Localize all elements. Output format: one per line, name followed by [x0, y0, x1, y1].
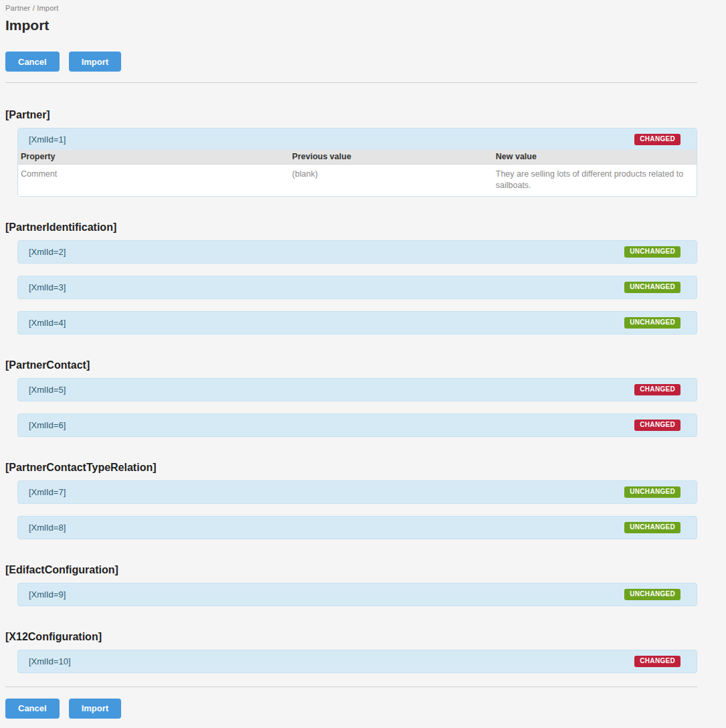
top-divider [5, 82, 697, 83]
cancel-button[interactable]: Cancel [5, 699, 60, 719]
table-cell: Comment [18, 165, 290, 196]
entity-section: [Partner] [XmlId=1] CHANGED PropertyPrev… [5, 109, 697, 197]
import-button[interactable]: Import [69, 52, 121, 72]
entry-id: [XmlId=7] [29, 487, 66, 497]
entity-section: [PartnerIdentification] [XmlId=2] UNCHAN… [5, 221, 697, 335]
status-badge: UNCHANGED [624, 282, 680, 293]
entry-card: [XmlId=10] CHANGED [17, 650, 697, 673]
entry-card: [XmlId=6] CHANGED [17, 414, 697, 437]
entry-bar[interactable]: [XmlId=4] UNCHANGED [17, 311, 697, 335]
entry-id: [XmlId=9] [29, 589, 66, 600]
entry-id: [XmlId=2] [29, 247, 66, 257]
breadcrumb[interactable]: Partner / Import [5, 4, 697, 12]
bottom-divider [5, 687, 697, 687]
entry-bar[interactable]: [XmlId=8] UNCHANGED [17, 516, 697, 539]
sections: [Partner] [XmlId=1] CHANGED PropertyPrev… [5, 109, 697, 673]
import-button[interactable]: Import [69, 699, 121, 719]
section-title: [PartnerContactTypeRelation] [5, 462, 697, 474]
entry-bar[interactable]: [XmlId=10] CHANGED [17, 650, 697, 673]
entry-id: [XmlId=10] [29, 656, 71, 666]
entry-card: [XmlId=3] UNCHANGED [17, 276, 697, 299]
section-entries: [XmlId=1] CHANGED PropertyPrevious value… [17, 128, 697, 197]
status-badge: CHANGED [634, 656, 680, 667]
column-header: Previous value [290, 150, 493, 165]
import-page: Partner / Import Import Cancel Import [P… [0, 0, 726, 719]
entry-id: [XmlId=3] [29, 282, 66, 292]
entry-card: [XmlId=9] UNCHANGED [17, 583, 697, 606]
column-header: New value [493, 150, 697, 165]
bottom-action-bar: Cancel Import [5, 699, 697, 719]
section-title: [Partner] [5, 109, 697, 121]
column-header: Property [18, 150, 290, 165]
status-badge: CHANGED [634, 384, 680, 395]
table-cell: They are selling lots of different produ… [493, 165, 697, 196]
entry-bar[interactable]: [XmlId=2] UNCHANGED [17, 240, 697, 264]
entry-card: [XmlId=4] UNCHANGED [17, 311, 697, 335]
status-badge: UNCHANGED [624, 246, 680, 258]
entry-card: [XmlId=8] UNCHANGED [17, 516, 697, 539]
section-title: [PartnerContact] [5, 359, 697, 371]
entity-section: [X12Configuration] [XmlId=10] CHANGED [5, 631, 697, 673]
status-badge: UNCHANGED [624, 317, 680, 329]
entry-bar[interactable]: [XmlId=1] CHANGED [18, 128, 697, 150]
status-badge: UNCHANGED [624, 589, 680, 600]
top-action-bar: Cancel Import [5, 52, 697, 72]
page-title: Import [5, 17, 697, 33]
entry-bar[interactable]: [XmlId=3] UNCHANGED [17, 276, 697, 299]
status-badge: CHANGED [634, 134, 680, 145]
entry-card: [XmlId=2] UNCHANGED [17, 240, 697, 264]
section-title: [X12Configuration] [5, 631, 697, 643]
entry-bar[interactable]: [XmlId=5] CHANGED [17, 378, 697, 401]
status-badge: CHANGED [634, 420, 680, 431]
entity-section: [PartnerContact] [XmlId=5] CHANGED [XmlI… [5, 359, 697, 437]
entry-bar[interactable]: [XmlId=9] UNCHANGED [17, 583, 697, 606]
entry-id: [XmlId=5] [29, 385, 66, 395]
section-entries: [XmlId=7] UNCHANGED [XmlId=8] UNCHANGED [17, 480, 697, 539]
section-entries: [XmlId=2] UNCHANGED [XmlId=3] UNCHANGED … [17, 240, 697, 335]
entry-card: [XmlId=5] CHANGED [17, 378, 697, 401]
entry-id: [XmlId=1] [29, 134, 66, 145]
entry-bar[interactable]: [XmlId=6] CHANGED [17, 414, 697, 437]
entity-section: [EdifactConfiguration] [XmlId=9] UNCHANG… [5, 564, 697, 606]
changes-table: PropertyPrevious valueNew value Comment(… [18, 150, 697, 196]
section-entries: [XmlId=10] CHANGED [17, 650, 697, 673]
table-cell: (blank) [290, 165, 493, 196]
entry-id: [XmlId=4] [29, 318, 66, 328]
section-title: [PartnerIdentification] [5, 221, 697, 234]
section-title: [EdifactConfiguration] [5, 564, 697, 576]
cancel-button[interactable]: Cancel [5, 52, 60, 72]
entry-card: [XmlId=1] CHANGED PropertyPrevious value… [17, 128, 697, 197]
entity-section: [PartnerContactTypeRelation] [XmlId=7] U… [5, 462, 697, 539]
status-badge: UNCHANGED [624, 522, 680, 533]
section-entries: [XmlId=9] UNCHANGED [17, 583, 697, 606]
section-entries: [XmlId=5] CHANGED [XmlId=6] CHANGED [17, 378, 697, 437]
entry-id: [XmlId=8] [29, 523, 66, 533]
entry-id: [XmlId=6] [29, 420, 66, 430]
table-header-row: PropertyPrevious valueNew value [18, 150, 697, 165]
entry-bar[interactable]: [XmlId=7] UNCHANGED [17, 480, 697, 504]
entry-card: [XmlId=7] UNCHANGED [17, 480, 697, 504]
table-row: Comment(blank)They are selling lots of d… [18, 165, 697, 196]
status-badge: UNCHANGED [624, 486, 680, 498]
